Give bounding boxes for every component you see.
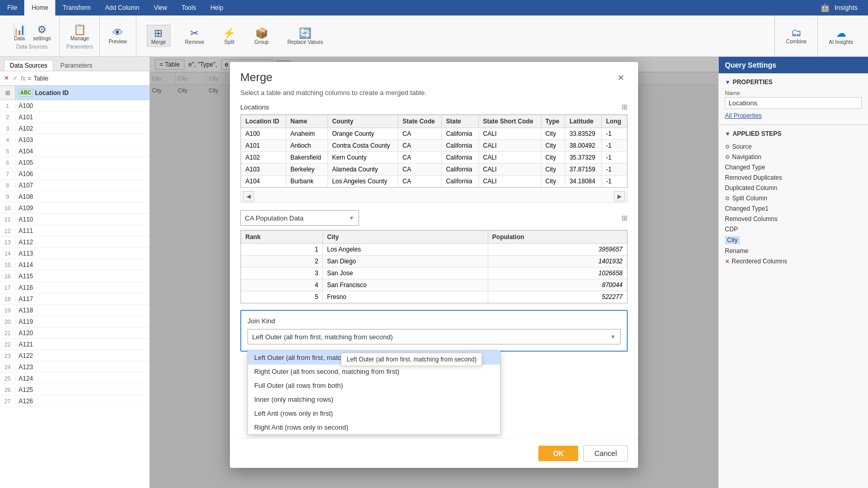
col-state[interactable]: State <box>442 115 479 128</box>
table2-expand-icon[interactable]: ⊞ <box>622 214 628 222</box>
step-removed-duplicates[interactable]: Removed Duplicates <box>725 172 862 183</box>
table-row[interactable]: A103 Berkeley Alameda County CA Californ… <box>241 164 627 176</box>
formula-check-icon[interactable]: ✓ <box>12 74 19 83</box>
row-24[interactable]: 24 A123 <box>0 361 149 373</box>
table1-expand-icon[interactable]: ⊞ <box>622 103 628 111</box>
col-rank[interactable]: Rank <box>241 231 323 244</box>
tab-transform[interactable]: Transform <box>55 0 98 15</box>
azure-btn[interactable]: ☁ AI Insights <box>826 25 856 46</box>
col-latitude[interactable]: Latitude <box>565 115 602 128</box>
step-changed-type1[interactable]: Changed Type1 <box>725 203 862 214</box>
row-26[interactable]: 26 A125 <box>0 384 149 396</box>
step-removed-columns[interactable]: Removed Columns <box>725 214 862 224</box>
merge-btn[interactable]: ⊞ Merge <box>147 25 171 47</box>
join-option-right-outer[interactable]: Right Outer (all from second, matching f… <box>248 365 500 379</box>
row-2[interactable]: 2 A101 <box>0 112 149 123</box>
properties-section-header[interactable]: ▼ PROPERTIES <box>725 78 862 86</box>
table-row[interactable]: A104 Burbank Los Angeles County CA Calif… <box>241 176 627 187</box>
table-row[interactable]: 4 San Francisco 870044 <box>241 279 627 291</box>
step-source[interactable]: ⚙ Source <box>725 141 862 152</box>
location-id-column-header[interactable]: ABC Location ID <box>16 86 149 100</box>
combine-files-btn[interactable]: 🗂 Combine <box>783 25 809 46</box>
all-properties-link[interactable]: All Properties <box>725 112 862 119</box>
row-22[interactable]: 22 A121 <box>0 339 149 350</box>
row-3[interactable]: 3 A102 <box>0 123 149 134</box>
join-option-left-anti[interactable]: Left Anti (rows only in first) <box>248 406 500 420</box>
scroll-right-arrow[interactable]: ▶ <box>614 191 625 201</box>
step-rename[interactable]: Rename <box>725 246 862 256</box>
col-longitude[interactable]: Long <box>601 115 627 128</box>
x-icon[interactable]: ✕ <box>725 258 730 265</box>
join-option-inner[interactable]: Inner (only matching rows) <box>248 392 500 406</box>
row-19[interactable]: 19 A118 <box>0 305 149 316</box>
row-10[interactable]: 10 A109 <box>0 202 149 214</box>
split-btn[interactable]: ⚡ Split <box>219 25 240 46</box>
row-11[interactable]: 11 A110 <box>0 214 149 225</box>
row-25[interactable]: 25 A124 <box>0 373 149 384</box>
row-23[interactable]: 23 A122 <box>0 350 149 361</box>
col-county[interactable]: County <box>328 115 398 128</box>
settings-btn[interactable]: ⚙ settings <box>30 22 53 43</box>
col-state-short-code[interactable]: State Short Code <box>478 115 541 128</box>
col-city[interactable]: City <box>323 231 488 244</box>
join-option-full-outer[interactable]: Full Outer (all rows from both) <box>248 379 500 392</box>
table-row[interactable]: 5 Fresno 522277 <box>241 291 627 303</box>
table-row[interactable]: A101 Antioch Contra Costa County CA Cali… <box>241 140 627 152</box>
modal-close-button[interactable]: ✕ <box>613 70 628 85</box>
tab-file[interactable]: File <box>0 0 24 15</box>
row-7[interactable]: 7 A106 <box>0 168 149 180</box>
step-cdp[interactable]: CDP <box>725 224 862 234</box>
manage-params-btn[interactable]: 📋 Manage <box>68 22 91 43</box>
row-21[interactable]: 21 A120 <box>0 327 149 339</box>
step-city[interactable]: City <box>725 234 862 246</box>
col-type[interactable]: Type <box>541 115 565 128</box>
step-reordered-columns[interactable]: ✕ Reordered Columns <box>725 256 862 266</box>
row-8[interactable]: 8 A107 <box>0 180 149 191</box>
table2-dropdown[interactable]: CA Population Data ▼ <box>240 210 359 226</box>
row-13[interactable]: 13 A112 <box>0 237 149 248</box>
group-btn[interactable]: 📦 Group <box>250 25 273 46</box>
tab-view[interactable]: View <box>147 0 175 15</box>
col-population[interactable]: Population <box>488 231 627 244</box>
row-18[interactable]: 18 A117 <box>0 293 149 305</box>
step-navigation[interactable]: ⚙ Navigation <box>725 152 862 162</box>
formula-x-icon[interactable]: ✕ <box>3 74 10 83</box>
join-option-right-anti[interactable]: Right Anti (rows only in second) <box>248 420 500 434</box>
scroll-left-arrow[interactable]: ◀ <box>243 191 254 201</box>
remove-btn[interactable]: ✂ Remove <box>181 25 208 46</box>
table-row[interactable]: 1 Los Angeles 3959657 <box>241 244 627 256</box>
row-5[interactable]: 5 A104 <box>0 146 149 157</box>
replace-btn[interactable]: 🔄 Replace Values <box>283 25 327 46</box>
new-source-btn[interactable]: 📊 Data <box>10 22 28 43</box>
row-9[interactable]: 9 A108 <box>0 191 149 202</box>
tab-help[interactable]: Help <box>203 0 230 15</box>
name-property-value[interactable]: Locations <box>725 97 862 109</box>
tab-data-sources[interactable]: Data Sources <box>4 60 53 71</box>
join-dropdown[interactable]: Left Outer (all from first, matching fro… <box>247 329 621 344</box>
col-state-code[interactable]: State Code <box>398 115 442 128</box>
tab-parameters[interactable]: Parameters <box>55 60 98 71</box>
row-14[interactable]: 14 A113 <box>0 248 149 259</box>
row-4[interactable]: 4 A103 <box>0 134 149 146</box>
tab-tools[interactable]: Tools <box>174 0 203 15</box>
table-row[interactable]: 3 San Jose 1026658 <box>241 267 627 279</box>
row-17[interactable]: 17 A116 <box>0 282 149 293</box>
join-option-left-outer[interactable]: Left Outer (all from first, matching fro… <box>248 351 500 365</box>
col-name[interactable]: Name <box>286 115 328 128</box>
preview-btn[interactable]: 👁 Preview <box>106 25 130 46</box>
ok-button[interactable]: OK <box>538 446 578 461</box>
row-20[interactable]: 20 A119 <box>0 316 149 327</box>
step-changed-type[interactable]: Changed Type <box>725 162 862 172</box>
cancel-button[interactable]: Cancel <box>583 445 628 462</box>
row-1[interactable]: 1 A100 <box>0 100 149 112</box>
tab-home[interactable]: Home <box>24 0 55 15</box>
row-15[interactable]: 15 A114 <box>0 259 149 271</box>
tab-add-column[interactable]: Add Column <box>98 0 147 15</box>
row-6[interactable]: 6 A105 <box>0 157 149 168</box>
row-27[interactable]: 27 A126 <box>0 396 149 407</box>
col-location-id[interactable]: Location ID <box>241 115 286 128</box>
applied-steps-header[interactable]: ▼ APPLIED STEPS <box>725 130 862 137</box>
table-row[interactable]: A102 Bakersfield Kern County CA Californ… <box>241 152 627 164</box>
row-12[interactable]: 12 A111 <box>0 225 149 237</box>
table-row[interactable]: 2 San Diego 1401932 <box>241 256 627 267</box>
